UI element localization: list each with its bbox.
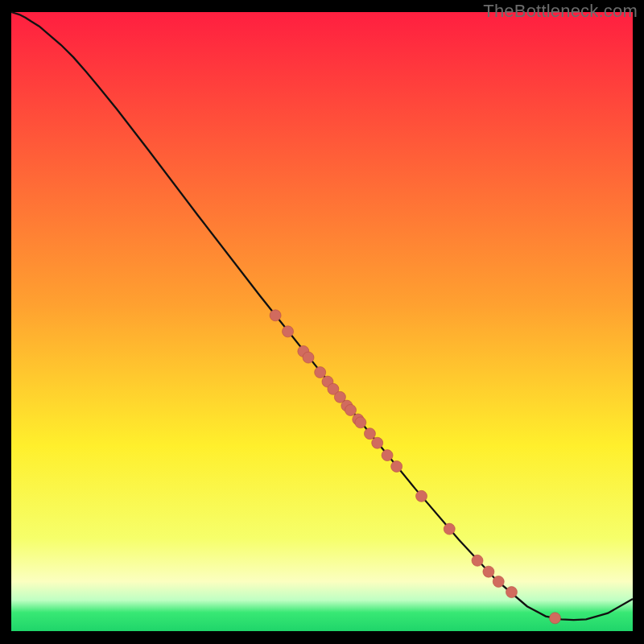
marker-point [391, 460, 402, 472]
marker-point [364, 428, 375, 440]
marker-point [355, 417, 366, 428]
plot-background [11, 12, 633, 631]
marker-point [303, 352, 314, 363]
marker-point [550, 613, 561, 624]
marker-point [372, 437, 383, 448]
marker-point [493, 576, 504, 587]
marker-point [382, 450, 393, 461]
marker-point [472, 555, 483, 566]
marker-point [270, 310, 281, 321]
marker-point [506, 587, 517, 598]
watermark-text: TheBottleneck.com [483, 1, 638, 22]
marker-point [315, 367, 326, 378]
marker-point [283, 326, 294, 337]
marker-point [345, 404, 357, 415]
marker-point [416, 490, 427, 502]
chart-frame: TheBottleneck.com [0, 0, 644, 644]
marker-point [444, 523, 455, 535]
chart-svg [0, 0, 644, 644]
marker-point [483, 566, 494, 577]
